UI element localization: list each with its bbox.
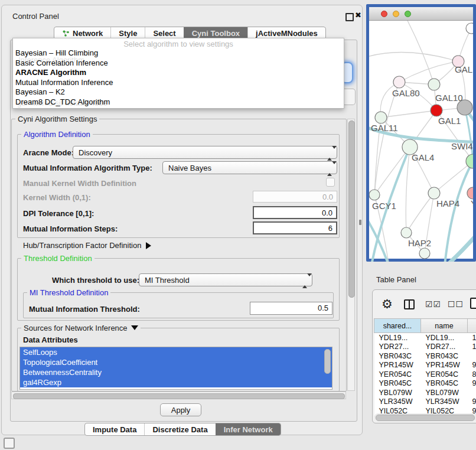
tab-discretize-data[interactable]: Discretize Data [144,423,215,435]
algorithm-option-bayesian-hill-climbing[interactable]: Bayesian – Hill Climbing [13,48,344,58]
algorithm-option-mutual-information-inference[interactable]: Mutual Information Inference [13,78,344,88]
table-cell[interactable]: 9. [468,397,476,407]
table-cell[interactable]: 13 [468,333,476,343]
which-threshold-combo[interactable]: MI Threshold [139,273,312,286]
tab-select[interactable]: Select [145,27,183,39]
apply-button[interactable]: Apply [160,403,201,416]
tab-impute-data[interactable]: Impute Data [85,423,144,435]
network-edge[interactable] [406,193,434,233]
algorithm-option-aracne-algorithm[interactable]: ARACNE Algorithm [13,68,344,78]
network-edge[interactable] [369,217,389,262]
network-edge[interactable] [369,52,458,61]
network-edge[interactable] [434,161,473,193]
hub-definition-section[interactable]: Hub/Transcription Factor Definition [23,241,151,250]
tab-style[interactable]: Style [110,27,145,39]
table-cell[interactable]: YBR045C [374,379,421,389]
network-window-titlebar[interactable] [369,7,473,21]
table-cell[interactable]: YBR043C [374,351,421,361]
kernel-width-field[interactable]: 0.0 [253,191,337,203]
table-cell[interactable]: 12 [468,343,476,352]
table-cell[interactable]: 8. [468,370,476,379]
tab-cyni-toolbox[interactable]: Cyni Toolbox [184,27,247,39]
manual-kernel-width-checkbox[interactable] [326,178,335,187]
table-cell[interactable]: 9. [468,379,476,389]
network-node-gal80[interactable] [393,76,405,88]
list-scrollbar[interactable] [324,349,331,374]
table-row[interactable]: YLR345WYLR345W9. [374,397,476,407]
table-cell[interactable]: YDL19... [421,333,468,343]
table-cell[interactable]: 9. [468,361,476,370]
network-node[interactable] [419,248,430,259]
mi-threshold-field[interactable]: 0.5 [250,302,332,315]
column-header-name[interactable]: name [421,319,468,333]
network-node[interactable] [466,23,473,34]
network-node-gal10[interactable] [428,79,440,90]
network-node-gal11[interactable] [375,112,387,123]
table-row[interactable]: YER054CYER054C8. [374,370,476,379]
gear-icon[interactable]: ⚙ [382,298,393,310]
table-row[interactable]: YBR043CYBR043C [374,351,476,361]
column-header-extra[interactable] [468,319,476,333]
restore-panel-icon[interactable] [4,438,15,449]
table-cell[interactable]: YLR345W [421,397,468,407]
table-row[interactable]: YPR145WYPR145W9. [374,361,476,370]
panel-divider-handle[interactable] [359,220,361,225]
close-icon[interactable]: ✖ [355,11,361,19]
sources-group-title[interactable]: Sources for Network Inference [21,324,141,332]
minimize-traffic-light[interactable] [393,11,399,17]
select-all-columns-icon[interactable]: ☑☑ [425,299,441,309]
table-cell[interactable]: YBR043C [421,351,468,361]
table-cell[interactable]: YPR145W [421,361,468,370]
data-attribute-item-topologicalcoefficient[interactable]: TopologicalCoefficient [20,357,332,367]
split-view-icon[interactable] [404,299,415,309]
zoom-traffic-light[interactable] [405,11,411,17]
tab-infer-network[interactable]: Infer Network [216,423,281,435]
table-row[interactable]: YDR27...YDR27...12 [374,343,476,352]
table-cell[interactable] [468,351,476,361]
tab-jactivemnodules[interactable]: jActiveMNodules [247,27,325,39]
table-cell[interactable]: YDR27... [421,343,468,352]
network-node-hap4[interactable] [428,187,440,199]
table-cell[interactable]: YDL19... [374,333,421,343]
column-header-shared[interactable]: shared... [374,319,421,333]
table-row[interactable]: YBL079WYBL079W [374,388,476,397]
data-attribute-item-gal4rgexp[interactable]: gal4RGexp [20,377,332,387]
deselect-all-columns-icon[interactable]: ☐☐ [448,299,464,309]
settings-horizontal-scrollbar-thumb[interactable] [13,393,345,399]
data-attributes-list[interactable]: SelfLoopsTopologicalCoefficientBetweenne… [19,347,332,390]
table-row[interactable]: YDL19...YDL19...13 [374,333,476,343]
table-hscrollbar-thumb[interactable] [376,415,475,421]
settings-vertical-scrollbar-thumb[interactable] [348,120,355,298]
table-cell[interactable]: YBL079W [421,388,468,397]
table-cell[interactable] [468,388,476,397]
network-node-y[interactable] [467,187,473,199]
document-icon[interactable] [470,298,476,309]
network-canvas[interactable]: GALGAL80GAL10GAL1GAL11GAL4SWI4GCY1HAP4YH… [369,21,473,262]
network-node-gal1[interactable] [431,105,442,116]
data-attribute-item-selfloops[interactable]: SelfLoops [20,347,332,357]
table-cell[interactable]: YDR27... [374,343,421,352]
table-row[interactable]: YBR045CYBR045C9. [374,379,476,389]
collapsed-arrow-icon[interactable] [146,242,151,249]
expanded-arrow-icon[interactable] [131,325,138,330]
float-window-icon[interactable] [345,13,354,21]
table-cell[interactable]: YLR345W [374,397,421,407]
algorithm-option-dream8-dc-tdc-algorithm[interactable]: Dream8 DC_TDC Algorithm [13,97,344,107]
table-cell[interactable]: YBL079W [374,388,421,397]
dpi-tolerance-field[interactable]: 0.0 [253,206,337,219]
table-cell[interactable]: YBR045C [421,379,468,389]
table-cell[interactable]: YPR145W [374,361,421,370]
close-traffic-light[interactable] [381,11,387,17]
mi-steps-field[interactable]: 6 [253,221,337,234]
mi-algorithm-type-combo[interactable]: Naive Bayes [162,161,337,174]
data-attribute-item-betweennesscentrality[interactable]: BetweennessCentrality [20,367,332,377]
tab-network[interactable]: Network [54,27,110,39]
table-cell[interactable]: YER054C [421,370,468,379]
aracne-mode-combo[interactable]: Discovery [73,146,337,159]
network-node-gcy1[interactable] [369,190,380,200]
network-edge[interactable] [406,147,410,233]
algorithm-option-bayesian-k2[interactable]: Bayesian – K2 [13,87,344,97]
network-edge[interactable] [445,161,473,262]
algorithm-option-basic-correlation-inference[interactable]: Basic Correlation Inference [13,58,344,69]
table-cell[interactable]: YER054C [374,370,421,379]
